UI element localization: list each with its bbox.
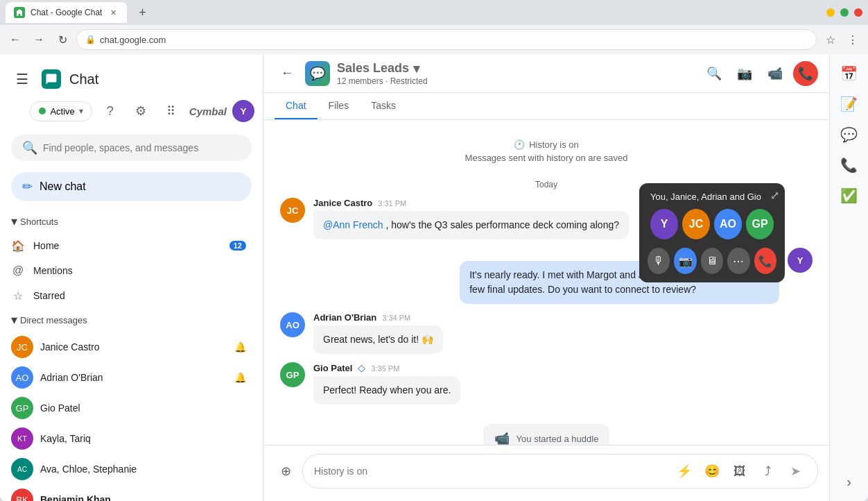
dm-item-ava-chloe[interactable]: AC Ava, Chloe, Stephanie bbox=[0, 454, 257, 484]
huddle-mic-button[interactable]: 🎙 bbox=[648, 248, 670, 274]
avatar-gio: GP bbox=[280, 362, 305, 387]
help-button[interactable]: ? bbox=[98, 99, 123, 124]
new-chat-button[interactable]: ✏ New chat bbox=[11, 172, 252, 201]
message-content-gio: Gio Patel ◇ 3:35 PM Perfect! Ready when … bbox=[313, 362, 460, 405]
msg-sender-adrian: Adrian O'Brian bbox=[313, 312, 376, 323]
dm-item-janice[interactable]: JC Janice Castro 🔔 bbox=[0, 332, 257, 362]
space-header-info: Sales Leads ▾ 12 members · Restricted bbox=[337, 61, 702, 86]
star-button[interactable]: ☆ bbox=[821, 30, 840, 49]
dm-item-kayla-tariq[interactable]: KT Kayla, Tariq bbox=[0, 423, 257, 454]
dm-item-gio[interactable]: GP Gio Patel bbox=[0, 393, 257, 423]
msg-bubble-janice: @Ann French , how's the Q3 sales perform… bbox=[313, 211, 629, 239]
history-notice: 🕐 History is on Messages sent with histo… bbox=[280, 131, 813, 171]
emoji-button[interactable]: 😊 bbox=[701, 460, 723, 482]
huddle-camera-button[interactable]: 📷 bbox=[674, 248, 696, 274]
tab-chat[interactable]: Chat bbox=[275, 93, 318, 119]
sidebar-item-mentions[interactable]: @ Mentions bbox=[0, 258, 257, 283]
send-button[interactable]: ➤ bbox=[784, 460, 806, 482]
huddle-notice-wrap: 📹 You started a huddle bbox=[280, 418, 813, 445]
home-label: Home bbox=[33, 240, 229, 251]
right-sidebar-phone-button[interactable]: 📞 bbox=[835, 151, 863, 179]
msg-sender-gio: Gio Patel bbox=[313, 363, 352, 373]
right-sidebar-tasks-button[interactable]: ✅ bbox=[835, 182, 863, 210]
hamburger-menu-button[interactable]: ☰ bbox=[8, 65, 36, 93]
search-input-wrap[interactable]: 🔍 bbox=[11, 135, 252, 161]
huddle-more-button[interactable]: ⋯ bbox=[727, 248, 749, 274]
huddle-popup: You, Janice, Adrian and Gio ⤢ Y JC AO GP… bbox=[639, 183, 785, 282]
dm-section-header[interactable]: ▾ Direct messages bbox=[0, 308, 263, 332]
huddle-expand-button[interactable]: ⤢ bbox=[770, 189, 779, 202]
right-sidebar: 📅 📝 💬 📞 ✅ › bbox=[829, 54, 868, 501]
right-sidebar-expand-button[interactable]: › bbox=[835, 468, 863, 495]
app-title: Chat bbox=[69, 71, 98, 87]
tab-close-button[interactable]: ✕ bbox=[107, 7, 119, 18]
back-button[interactable]: ← bbox=[275, 61, 300, 86]
sidebar-header: ☰ Chat bbox=[0, 60, 263, 99]
msg-bubble-adrian: Great news, let's do it! 🙌 bbox=[313, 325, 443, 354]
minimize-button[interactable] bbox=[826, 8, 835, 17]
browser-menu-button[interactable]: ⋮ bbox=[843, 30, 862, 49]
status-chevron-icon: ▾ bbox=[79, 106, 83, 116]
msg-time-adrian: 3:34 PM bbox=[382, 314, 410, 322]
user-avatar[interactable]: Y bbox=[232, 100, 254, 122]
browser-window: Chat - Google Chat ✕ + ← → ↻ 🔒 chat.goog… bbox=[0, 0, 868, 501]
dm-avatar-kayla-tariq: KT bbox=[11, 427, 33, 450]
chat-tabs: Chat Files Tasks bbox=[263, 93, 829, 120]
maximize-button[interactable] bbox=[840, 8, 849, 17]
refresh-button[interactable]: ↻ bbox=[53, 30, 72, 49]
close-button[interactable] bbox=[854, 8, 862, 17]
format-button[interactable]: ⚡ bbox=[673, 460, 695, 482]
dm-avatar-benjamin: BK bbox=[11, 489, 33, 501]
message-content-adrian: Adrian O'Brian 3:34 PM Great news, let's… bbox=[313, 312, 443, 354]
search-chat-button[interactable]: 🔍 bbox=[702, 61, 727, 86]
tab-tasks[interactable]: Tasks bbox=[360, 93, 407, 119]
address-bar[interactable]: 🔒 chat.google.com bbox=[76, 29, 817, 50]
sidebar-item-home[interactable]: 🏠 Home 12 bbox=[0, 233, 257, 258]
huddle-screen-button[interactable]: 🖥 bbox=[701, 248, 723, 274]
app-logo-icon bbox=[42, 69, 61, 89]
tab-files[interactable]: Files bbox=[318, 93, 361, 119]
message-content-janice: Janice Castro 3:31 PM @Ann French , how'… bbox=[313, 198, 629, 239]
verified-icon-gio: ◇ bbox=[358, 362, 365, 373]
forward-button[interactable]: → bbox=[29, 30, 49, 49]
search-input[interactable] bbox=[43, 142, 241, 153]
right-sidebar-chat-button[interactable]: 💬 bbox=[835, 121, 863, 148]
huddle-end-button[interactable]: 📞 bbox=[754, 248, 776, 274]
more-button[interactable]: ⤴ bbox=[756, 460, 779, 482]
space-meta: 12 members · Restricted bbox=[337, 76, 702, 86]
right-sidebar-calendar-button[interactable]: 📅 bbox=[835, 60, 863, 87]
status-label: Active bbox=[50, 106, 74, 117]
chat-messages: 🕐 History is on Messages sent with histo… bbox=[263, 120, 829, 445]
starred-icon: ☆ bbox=[11, 289, 25, 303]
settings-button[interactable]: ⚙ bbox=[128, 99, 153, 124]
huddle-avatar-janice: JC bbox=[682, 209, 710, 239]
huddle-button[interactable]: 📷 bbox=[732, 61, 757, 86]
right-sidebar-notes-button[interactable]: 📝 bbox=[835, 90, 863, 118]
browser-titlebar: Chat - Google Chat ✕ + bbox=[0, 0, 868, 25]
history-sub: Messages sent with history on are saved bbox=[465, 153, 628, 163]
space-header-title: Sales Leads bbox=[337, 61, 409, 76]
dm-bell-adrian: 🔔 bbox=[234, 372, 246, 383]
space-header-icon: 💬 bbox=[305, 61, 330, 86]
new-tab-button[interactable]: + bbox=[132, 3, 152, 22]
space-name-header[interactable]: Sales Leads ▾ bbox=[337, 61, 702, 76]
sidebar-item-starred[interactable]: ☆ Starred bbox=[0, 283, 257, 308]
history-status: History is on bbox=[529, 139, 579, 150]
back-button[interactable]: ← bbox=[6, 30, 25, 49]
chat-input[interactable] bbox=[314, 466, 668, 477]
dm-item-adrian[interactable]: AO Adrian O'Brian 🔔 bbox=[0, 362, 257, 393]
attach-button[interactable]: 🖼 bbox=[729, 460, 751, 482]
end-call-button[interactable]: 📞 bbox=[793, 61, 818, 86]
sidebar-nav: ▾ Shortcuts 🏠 Home 12 @ Mentions ☆ bbox=[0, 210, 263, 501]
video-call-button[interactable]: 📹 bbox=[763, 61, 788, 86]
status-button[interactable]: Active ▾ bbox=[30, 101, 92, 121]
huddle-avatars: Y JC AO GP bbox=[648, 209, 776, 239]
msg-sender-janice: Janice Castro bbox=[313, 198, 372, 208]
dm-item-benjamin[interactable]: BK Benjamin Khan bbox=[0, 484, 257, 501]
add-button[interactable]: ⊕ bbox=[275, 460, 297, 482]
shortcuts-section-header[interactable]: ▾ Shortcuts bbox=[0, 210, 263, 233]
mentions-label: Mentions bbox=[33, 265, 246, 276]
apps-button[interactable]: ⠿ bbox=[159, 99, 184, 124]
history-icon: 🕐 bbox=[514, 139, 525, 150]
browser-tab[interactable]: Chat - Google Chat ✕ bbox=[6, 2, 127, 23]
